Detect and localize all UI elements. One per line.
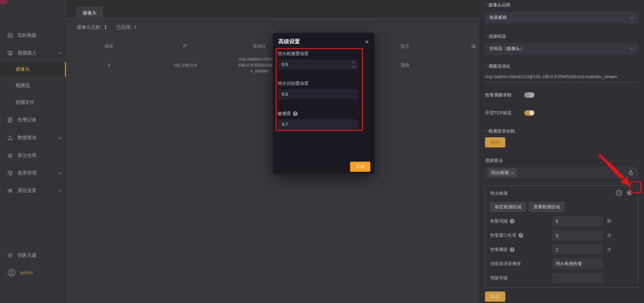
fire-detection-section: 明火检测 标定检测区域 查看检测区域 告警间隔? 5 秒 告警窗口长度? 3 次 <box>485 185 638 288</box>
camera-settings-panel: * 摄像头品牌 海康威视 * 选择码流 主码流（摄像头） * 视频流地址 rts… <box>480 0 644 303</box>
library-cube-icon <box>7 170 13 176</box>
header-ip: IP <box>151 43 219 48</box>
question-icon[interactable]: ? <box>510 247 514 252</box>
voice-broadcast-row: 浏览器语音播报 明火检测告警 <box>490 259 633 269</box>
chevron-down-icon <box>58 188 62 192</box>
sidebar-item-live-view[interactable]: 实时画面 <box>0 29 66 42</box>
brand-label: * 摄像头品牌 <box>485 2 638 8</box>
question-icon[interactable]: ? <box>510 219 514 224</box>
stream-url-input[interactable]: rtsp://admin:Admin123@192.168.0.9:554/h2… <box>485 74 638 83</box>
stream-value: 主码流（摄像头） <box>489 46 524 52</box>
sidebar-item-video-access[interactable]: 视频接入 <box>0 46 66 60</box>
sidebar-item-label: 系统设置 <box>18 188 37 194</box>
brand-select[interactable]: 海康威视 <box>485 12 638 23</box>
alarm-window-input[interactable]: 3 <box>552 230 603 240</box>
fire-section-title: 明火检测 <box>490 190 508 196</box>
theme-toggle[interactable]: 切换主题 <box>0 249 66 262</box>
view-region-button[interactable]: 查看检测区域 <box>529 202 565 212</box>
clock-icon[interactable] <box>616 189 622 197</box>
sidebar-item-label: 实时画面 <box>18 32 37 39</box>
unit-times: 次 <box>603 232 633 238</box>
algorithm-store-icon <box>7 153 13 158</box>
alarm-threshold-input[interactable]: 2 <box>552 244 603 255</box>
cell-ip: 192.168.0.9 <box>151 56 219 74</box>
sidebar-item-algorithm-store[interactable]: 算法仓库 <box>0 149 66 162</box>
sensitivity-input[interactable]: 0.7 <box>278 119 358 129</box>
algorithm-select[interactable]: 明火检测 × <box>485 167 638 179</box>
header-desc: 描述 <box>67 43 151 49</box>
cell-status: 启用 <box>371 56 439 74</box>
toggle-knob <box>529 111 534 115</box>
stream-select[interactable]: 主码流（摄像头） <box>485 43 638 54</box>
total-label: 摄像头总数: <box>77 24 102 30</box>
chevron-down-icon <box>58 135 62 139</box>
gear-icon <box>7 188 13 193</box>
sidebar-item-system-settings[interactable]: 系统设置 <box>0 184 66 197</box>
alarm-threshold-row: 告警阈值? 2 次 <box>490 244 633 255</box>
enabled-value: 1 <box>134 24 137 30</box>
modal-title: 高级设置 <box>278 38 300 45</box>
theme-label: 切换主题 <box>18 252 37 258</box>
sidebar-item-label: 数据推送 <box>18 135 37 141</box>
spinner-up-icon[interactable] <box>352 62 355 64</box>
spinner-down-icon[interactable] <box>352 65 355 68</box>
voice-broadcast-input[interactable]: 明火检测告警 <box>552 259 603 269</box>
tcp-toggle[interactable] <box>524 110 534 116</box>
required-mark: * <box>485 34 487 39</box>
sidebar-item-video-file[interactable]: 视频文件 <box>0 95 66 110</box>
fire-detect-confidence-input[interactable]: 0.5 <box>278 60 358 69</box>
question-icon[interactable]: ? <box>519 233 523 238</box>
detect-button[interactable]: 检测 <box>485 137 505 147</box>
tab-camera[interactable]: 摄像头 <box>76 7 103 19</box>
algo-tag[interactable]: 明火检测 × <box>488 168 516 177</box>
online-label: * 检测是否在线: <box>485 128 638 134</box>
question-icon[interactable]: ? <box>293 111 298 116</box>
toggle-knob <box>525 93 529 97</box>
avatar-icon <box>7 269 16 277</box>
url-label: * 视频流地址 <box>485 63 638 69</box>
fire-detect-confidence-label: 明火检测置信度 <box>278 51 358 57</box>
tcp-toggle-row: 开启TCP推流 <box>485 109 638 117</box>
header-status: 状态 <box>371 43 439 49</box>
sidebar-item-label: 底库管理 <box>18 170 37 176</box>
required-mark: * <box>485 3 487 8</box>
fire-section-header: 明火检测 <box>490 190 633 197</box>
unit-times: 次 <box>603 247 633 253</box>
tag-close-icon[interactable]: × <box>511 170 514 176</box>
chevron-down-icon <box>630 15 634 19</box>
total-value: 1 <box>104 24 107 30</box>
tcp-label: 开启TCP推流 <box>485 110 511 116</box>
enabled-label: 已启用: <box>116 24 132 30</box>
brand-value: 海康威视 <box>489 15 507 21</box>
sidebar-item-label: 视频流 <box>16 83 30 89</box>
corner-logo-dot <box>0 0 8 4</box>
unit-seconds: 秒 <box>603 218 633 224</box>
sidebar-item-alarm-records[interactable]: 告警记录 <box>0 113 66 127</box>
alarm-interval-input[interactable]: 5 <box>552 216 603 226</box>
chevron-down-icon <box>58 170 62 174</box>
record-toggle[interactable] <box>524 92 534 98</box>
sidebar-item-library-manage[interactable]: 底库管理 <box>0 166 66 180</box>
close-icon[interactable]: ✕ <box>365 39 369 45</box>
gear-icon[interactable] <box>626 189 633 197</box>
hand-pointer-icon <box>628 170 634 176</box>
sidebar-item-label: 摄像头 <box>16 66 30 72</box>
username: admin <box>20 270 33 275</box>
alarm-window-row: 告警窗口长度? 3 次 <box>490 230 633 240</box>
number-spinner[interactable] <box>353 61 355 69</box>
save-button[interactable]: 保存 <box>485 292 505 302</box>
chevron-up-icon <box>58 52 62 55</box>
mark-region-button[interactable]: 标定检测区域 <box>490 202 526 212</box>
video-access-icon <box>7 50 13 56</box>
user-menu[interactable]: admin <box>0 265 66 280</box>
sidebar-item-label: 视频接入 <box>18 50 37 56</box>
sidebar-item-camera[interactable]: 摄像头 <box>0 62 66 77</box>
live-view-icon <box>7 33 13 38</box>
done-button[interactable]: 完成 <box>350 162 370 172</box>
danger-level-input[interactable] <box>552 273 603 283</box>
danger-level-row: 危险等级 <box>490 273 633 283</box>
sidebar-item-video-stream[interactable]: 视频流 <box>0 78 66 93</box>
sensitivity-label: 敏感度 ? <box>278 111 358 117</box>
sidebar-item-data-push[interactable]: 数据推送 <box>0 131 66 144</box>
fire-recognize-confidence-input[interactable]: 0.5 <box>278 89 358 99</box>
